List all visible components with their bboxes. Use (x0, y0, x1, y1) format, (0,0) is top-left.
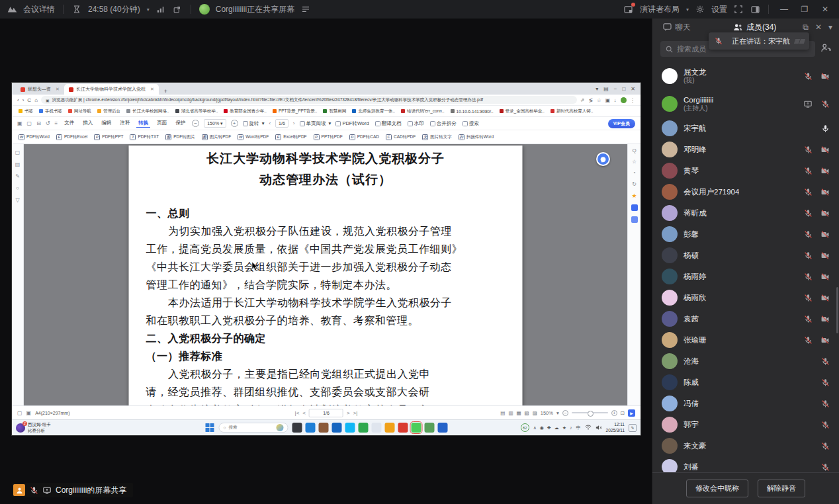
bookmark-item[interactable]: 智慧树网 (323, 108, 346, 114)
convert-item[interactable]: 图 PDF转图片 (165, 134, 195, 140)
pdf-tool-item[interactable]: 搜索 (463, 120, 479, 127)
tray-icon[interactable]: ✚ (547, 425, 551, 431)
gear-icon[interactable] (695, 4, 705, 15)
sync-icon[interactable]: ↻ (632, 181, 637, 187)
close-panel-icon[interactable]: ✕ (815, 22, 822, 32)
bookmark-item[interactable]: 管理后台 (97, 108, 120, 114)
translate-icon[interactable]: ⇗ (580, 97, 584, 103)
taskbar-app-icon[interactable] (319, 423, 329, 433)
convert-item[interactable]: 文 图片转文字 (422, 134, 452, 140)
convert-item[interactable]: P PPT转PDF (314, 134, 343, 140)
member-row[interactable]: 刘番 (652, 456, 839, 472)
member-row[interactable]: 陈威 (652, 372, 839, 393)
flash-icon[interactable]: ≶ (589, 97, 593, 103)
zoom-out-icon[interactable]: − (562, 410, 568, 416)
convert-item[interactable]: W PDF转Word (19, 134, 50, 140)
save-icon[interactable]: ▢ (27, 120, 32, 126)
tab-close-icon[interactable]: ✕ (150, 87, 154, 92)
search-icon[interactable]: Q (632, 147, 636, 153)
fit-page-icon[interactable]: ⊡ (621, 410, 625, 416)
member-row[interactable]: Corgiiiiiiii (主持人) (652, 90, 839, 118)
convert-item[interactable]: 图 图片转PDF (202, 134, 232, 140)
view-mode-4-icon[interactable]: ▧ (525, 410, 529, 416)
plugin-blue2-icon[interactable] (631, 216, 638, 223)
rename-button[interactable]: 修改会中昵称 (686, 480, 748, 497)
open-file-icon[interactable]: ▣ (17, 120, 22, 126)
convert-item[interactable]: P PDF转PPT (94, 134, 123, 140)
zoom-level-label[interactable]: 150% (541, 410, 553, 416)
pdf-menu-item[interactable]: 注释 (118, 119, 132, 128)
tray-icon[interactable]: ♪ (570, 425, 572, 431)
browser-close-button[interactable]: ✕ (631, 86, 635, 92)
member-row[interactable]: 杨雨婷 (652, 266, 839, 287)
fullscreen-icon[interactable] (733, 4, 744, 15)
browser-menu-icon[interactable]: ▾ (596, 86, 598, 92)
taskbar-app-icon[interactable] (438, 423, 448, 433)
bookmark-item[interactable]: 网址导航 (68, 108, 91, 114)
layout-icon[interactable] (623, 4, 634, 15)
taskbar-app-icon[interactable] (372, 423, 382, 433)
annotation-icon[interactable]: ✎ (15, 173, 20, 179)
pdf-menu-item[interactable]: 保护 (173, 119, 187, 128)
reload-icon[interactable]: C (27, 97, 31, 103)
taskbar-app-icon[interactable] (359, 423, 369, 433)
minimize-button[interactable]: — (777, 5, 791, 14)
pdf-tool-item[interactable]: 合并拆分 (430, 120, 457, 127)
print-icon[interactable]: ⊟ (36, 120, 41, 126)
page-indicator[interactable]: 1/6 (275, 119, 288, 128)
convert-item[interactable]: E Excel转PDF (275, 134, 306, 140)
bookmark-item[interactable]: 书签 (19, 108, 33, 114)
view-mode-3-icon[interactable]: ▦ (516, 410, 521, 416)
close-button[interactable]: ✕ (818, 5, 832, 14)
settings-label[interactable]: 设置 (711, 4, 727, 15)
member-row[interactable]: 沧海 (652, 351, 839, 372)
taskbar-app-icon[interactable] (332, 423, 342, 433)
taskbar-app-icon[interactable] (385, 423, 395, 433)
pdf-menu-item[interactable]: 编辑 (99, 119, 113, 128)
member-row[interactable]: 冯倩 (652, 393, 839, 414)
bookmark-item[interactable]: 10.10.6.141:8080/.. (451, 109, 494, 114)
bookmark-item[interactable]: 北师生涯教育一体.. (352, 108, 395, 114)
forward-icon[interactable]: › (22, 97, 24, 103)
tray-icon[interactable]: ★ (562, 425, 566, 431)
outline-icon[interactable]: ▤ (15, 161, 21, 167)
zoom-slider[interactable] (572, 412, 608, 413)
taskbar-app-icon[interactable] (292, 423, 302, 433)
taskbar-search[interactable]: ○ 搜索 (219, 423, 288, 433)
notification-center-icon[interactable]: ✎ (629, 424, 637, 432)
security-badge[interactable]: 82 (521, 423, 529, 432)
convert-item[interactable]: D PDF转CAD (349, 134, 379, 140)
taskbar-app-icon[interactable] (398, 423, 408, 433)
member-row[interactable]: 蒋昕成 (652, 202, 839, 224)
browser-tab-2-active[interactable]: 长江大学动物科学技术学院入党积 ✕ (64, 84, 159, 95)
tray-icon[interactable]: ☁ (554, 425, 559, 431)
start-button[interactable] (205, 423, 215, 433)
share-list-icon[interactable] (300, 4, 311, 15)
taskbar-app-icon[interactable] (345, 423, 355, 433)
zoom-in-icon[interactable]: + (231, 120, 238, 127)
collapse-panel-icon[interactable]: ▾ (828, 22, 832, 32)
presentation-icon[interactable]: ▶ (628, 409, 635, 417)
tab-close-icon[interactable]: ✕ (56, 87, 60, 92)
browser-apps-icon[interactable]: ▤ (603, 86, 609, 92)
browser-minimize-button[interactable]: − (614, 86, 617, 92)
bookmark-panel-icon[interactable]: ▽ (15, 197, 19, 203)
bookmark-item[interactable]: 错误代码'err_conn.. (401, 108, 445, 114)
popout-window-icon[interactable] (172, 4, 183, 15)
zoom-select[interactable]: 150% ▾ (204, 119, 226, 128)
convert-item[interactable]: C CAD转PDF (386, 134, 416, 140)
chevron-down-icon[interactable]: ▾ (686, 7, 689, 13)
page-number-field[interactable]: 1/6 (309, 409, 343, 417)
plugin-blue-icon[interactable] (631, 204, 638, 211)
popout-panel-icon[interactable]: ⧉ (803, 22, 809, 32)
chevron-down-icon[interactable]: ▾ (147, 7, 150, 13)
clock[interactable]: 12:11 2025/3/11 (606, 422, 625, 433)
layout-label[interactable]: 演讲者布局 (640, 4, 680, 15)
browser-tab-1[interactable]: 联想头—资 ✕ (16, 84, 64, 95)
bookmark-item[interactable]: 登录_全国高校毕业.. (500, 108, 545, 114)
taskbar-app-icon[interactable] (425, 423, 435, 433)
bookmark-item[interactable]: 新时代高校育人铸.. (551, 108, 594, 114)
member-row[interactable]: 来文豪 (652, 435, 839, 456)
wifi-icon[interactable] (585, 425, 592, 431)
member-row[interactable]: 黄琴 (652, 160, 839, 181)
